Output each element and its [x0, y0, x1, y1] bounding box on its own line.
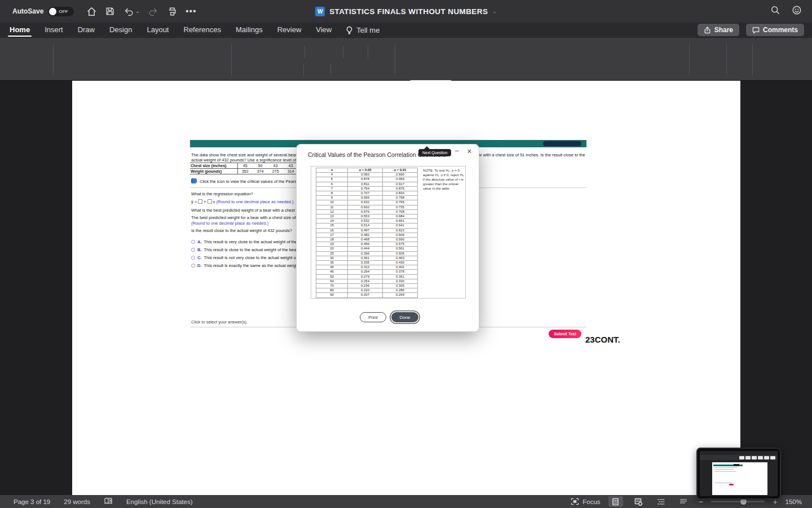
click-select-hint: Click to select your answer(s). [191, 319, 248, 325]
home-icon[interactable] [86, 6, 97, 17]
title-caret-icon[interactable]: ⌄ [492, 8, 497, 14]
regression-slope-box[interactable] [208, 199, 212, 204]
answer-option-c[interactable]: C.This result is not very close to the a… [191, 255, 310, 260]
zoom-level[interactable]: 150% [785, 498, 802, 505]
done-button[interactable]: Done [391, 312, 418, 322]
undo-caret-icon[interactable]: ⌄ [135, 8, 140, 14]
cell-value: 275 [268, 169, 283, 174]
title-bar: AutoSave OFF ⌄ ••• W STATISTICS FINALS W… [0, 0, 812, 23]
table-row: 60.8110.917 [316, 182, 418, 186]
radio-button[interactable] [191, 248, 195, 252]
best-weight-question: What is the best predicted weight of a b… [191, 208, 312, 213]
radio-button[interactable] [191, 264, 195, 268]
cell-value: 0.335 [348, 261, 383, 265]
print-layout-view-button[interactable] [608, 496, 623, 507]
table-row: 400.3120.402 [316, 265, 418, 270]
web-layout-view-button[interactable] [631, 496, 646, 507]
cell-value: 45 [237, 163, 253, 169]
row-label: Weight (pounds) [190, 169, 237, 174]
outline-view-button[interactable] [654, 496, 668, 507]
cell-value: 0.430 [383, 261, 418, 265]
radio-button[interactable] [191, 256, 195, 260]
option-letter: B. [197, 247, 202, 252]
answer-option-d[interactable]: D.This result is exactly the same as the… [191, 263, 311, 268]
table-row: 90.6660.798 [316, 196, 418, 200]
table-row: 100.6320.765 [316, 200, 418, 205]
cell-value: 0.990 [383, 173, 418, 177]
option-text: This result is very close to the actual … [204, 239, 308, 244]
focus-button[interactable]: Focus [571, 498, 600, 505]
cell-value: 50 [253, 163, 268, 169]
answer-option-b[interactable]: B.This result is close to the actual wei… [191, 247, 299, 252]
tab-design[interactable]: Design [102, 23, 139, 38]
draft-view-button[interactable] [676, 496, 691, 507]
option-text: This result is close to the actual weigh… [204, 247, 299, 252]
cell-value: 0.361 [383, 274, 418, 279]
word-window: AutoSave OFF ⌄ ••• W STATISTICS FINALS W… [0, 0, 812, 508]
tab-tell-me[interactable]: Tell me [339, 26, 386, 34]
tab-insert[interactable]: Insert [37, 23, 70, 38]
cell-value: 0.468 [348, 238, 383, 242]
equation-prefix: ŷ = [191, 199, 197, 204]
save-icon[interactable] [105, 6, 115, 16]
regression-intercept-box[interactable] [198, 199, 202, 204]
radio-button[interactable] [191, 240, 195, 244]
quiz-header-button[interactable] [543, 141, 581, 146]
submit-test-button[interactable]: Submit Test [549, 330, 581, 338]
print-button[interactable]: Print [360, 312, 386, 322]
document-title[interactable]: STATISTICS FINALS WITHOUT NUMBERS [329, 7, 488, 16]
equation-round-note: (Round to one decimal place as needed.) [216, 199, 293, 204]
cell-value: 0.606 [383, 233, 418, 237]
comments-button[interactable]: Comments [746, 24, 804, 36]
tab-view[interactable]: View [308, 23, 339, 38]
cell-value: 7 [316, 186, 348, 191]
next-question-tooltip[interactable]: Next Question [418, 149, 451, 156]
cell-value: 10 [316, 200, 348, 205]
cell-value: 50 [316, 274, 348, 279]
dialog-close-icon[interactable]: ✕ [467, 148, 472, 155]
tab-layout[interactable]: Layout [139, 23, 176, 38]
table-row: 450.2940.378 [316, 270, 418, 274]
language-indicator[interactable]: English (United States) [126, 498, 193, 505]
focus-label: Focus [582, 498, 600, 505]
cell-value: 18 [316, 238, 348, 242]
search-icon[interactable] [770, 5, 780, 17]
focus-icon [571, 498, 579, 505]
table-row: 50.8780.959 [316, 177, 418, 182]
page-indicator[interactable]: Page 3 of 19 [14, 498, 50, 505]
cell-value: 0.279 [348, 274, 383, 279]
proofing-icon[interactable] [104, 497, 113, 506]
tab-mailings[interactable]: Mailings [228, 23, 270, 38]
autosave-toggle[interactable]: OFF [48, 7, 74, 16]
tab-review[interactable]: Review [270, 23, 309, 38]
zoom-slider[interactable] [711, 501, 765, 502]
cell-value: 17 [316, 233, 348, 237]
undo-icon[interactable]: ⌄ [123, 6, 140, 16]
cell-value: 0.269 [383, 293, 418, 297]
cell-value: 9 [316, 196, 348, 200]
cell-value: 0.220 [348, 288, 383, 293]
word-count[interactable]: 29 words [64, 498, 90, 505]
tab-home[interactable]: Home [2, 23, 37, 38]
cell-value: 0.444 [348, 247, 383, 251]
table-row: 80.7070.834 [316, 191, 418, 196]
cell-value: 0.378 [383, 270, 418, 274]
table-row: 170.4820.606 [316, 233, 418, 237]
print-icon[interactable] [167, 6, 178, 17]
tab-draw[interactable]: Draw [70, 23, 102, 38]
cell-value: 0.396 [348, 251, 383, 256]
critical-values-icon[interactable] [191, 178, 197, 183]
screen-preview-thumbnail[interactable] [696, 448, 781, 500]
share-button[interactable]: Share [698, 24, 739, 36]
cell-value: 13 [316, 214, 348, 219]
table-row: 250.3960.505 [316, 251, 418, 256]
table-row: 160.4970.623 [316, 228, 418, 233]
table-row: 200.4440.561 [316, 247, 418, 251]
more-icon[interactable]: ••• [186, 6, 197, 16]
tab-references[interactable]: References [176, 23, 228, 38]
dialog-minimize-icon[interactable]: − [454, 146, 459, 155]
toggle-state: OFF [59, 9, 68, 14]
feedback-smiley-icon[interactable] [792, 5, 802, 17]
menu-bar: HomeInsertDrawDesignLayoutReferencesMail… [0, 23, 812, 38]
answer-option-a[interactable]: A.This result is very close to the actua… [191, 239, 308, 244]
